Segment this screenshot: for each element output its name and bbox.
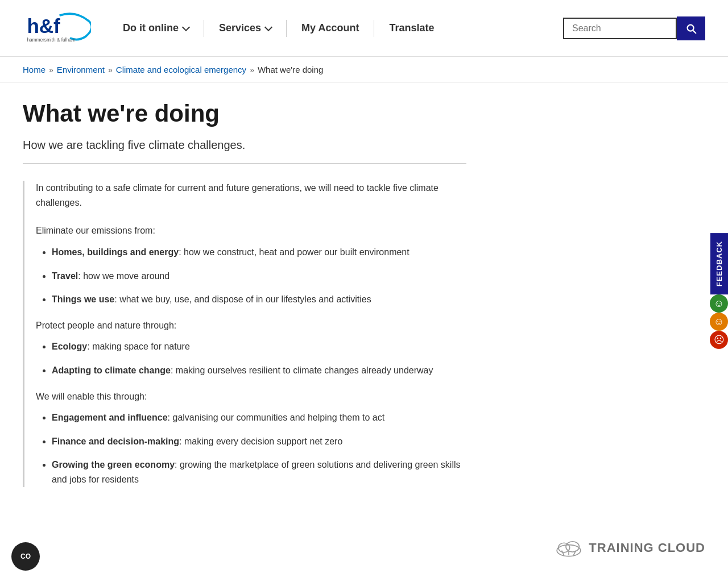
list-item-bold: Engagement and influence [52,413,168,422]
breadcrumb-sep-1: » [49,65,53,74]
list-item-rest: : making ourselves resilient to climate … [171,365,433,375]
list-item: Travel: how we move around [52,269,466,284]
feedback-sidebar: FEEDBACK ☺ ☺ ☹ [710,233,728,349]
list-item-rest: : galvanising our communities and helpin… [168,413,385,422]
feedback-icons: ☺ ☺ ☹ [710,294,728,349]
feedback-happy-icon[interactable]: ☺ [710,294,728,313]
feedback-sad-icon[interactable]: ☹ [710,331,728,349]
search-area [563,16,705,40]
main-content: What we're doing How we are tackling fiv… [0,83,489,533]
content-box: In contributing to a safe climate for cu… [23,181,466,487]
list-item-bold: Growing the green economy [52,460,175,469]
list-item: Adapting to climate change: making ourse… [52,363,466,378]
list-item-bold: Homes, buildings and energy [52,247,179,257]
list-item: Things we use: what we buy, use, and dis… [52,292,466,307]
logo[interactable]: h&f hammersmith & fulham [23,7,91,49]
page-subtitle: How we are tackling five climate challen… [23,139,466,164]
list-item: Growing the green economy: growing the m… [52,458,466,487]
search-icon [685,22,697,35]
nav-divider-2 [286,20,287,37]
nav-divider-1 [204,20,204,37]
section2-intro: Protect people and nature through: [36,318,466,333]
breadcrumb-current: What we're doing [258,65,323,74]
nav-do-it-online[interactable]: Do it online [114,18,198,39]
svg-text:h&f: h&f [27,14,60,36]
list-item-rest: : how we move around [78,271,169,281]
list-item: Finance and decision-making: making ever… [52,434,466,449]
nav-divider-3 [374,20,374,37]
feedback-neutral-icon[interactable]: ☺ [710,313,728,331]
main-nav: Do it online Services My Account Transla… [114,18,563,39]
section3-intro: We will enable this through: [36,389,466,404]
list-item: Homes, buildings and energy: how we cons… [52,245,466,260]
list-item: Engagement and influence: galvanising ou… [52,410,466,425]
list-item-bold: Things we use [52,294,114,304]
list-item-rest: : how we construct, heat and power our b… [179,247,410,257]
breadcrumb: Home » Environment » Climate and ecologi… [0,57,728,83]
search-button[interactable] [677,16,705,40]
section3-list: Engagement and influence: galvanising ou… [36,410,466,487]
svg-text:hammersmith & fulham: hammersmith & fulham [27,37,75,43]
breadcrumb-environment[interactable]: Environment [57,65,105,74]
nav-my-account[interactable]: My Account [292,18,368,39]
chevron-down-icon [182,23,190,31]
list-item-bold: Adapting to climate change [52,365,171,375]
list-item-rest: : making space for nature [87,342,190,351]
nav-translate[interactable]: Translate [380,18,443,39]
list-item-bold: Finance and decision-making [52,436,179,446]
section2-list: Ecology: making space for nature Adaptin… [36,339,466,377]
section1-intro: Eliminate our emissions from: [36,223,466,238]
site-header: h&f hammersmith & fulham Do it online Se… [0,0,728,57]
nav-services[interactable]: Services [210,18,280,39]
list-item-rest: : making every decision support net zero [179,436,342,446]
breadcrumb-sep-2: » [108,65,113,74]
breadcrumb-home[interactable]: Home [23,65,46,74]
intro-text: In contributing to a safe climate for cu… [36,181,466,210]
feedback-tab[interactable]: FEEDBACK [710,233,728,294]
list-item-bold: Ecology [52,342,87,351]
chevron-down-icon [264,23,272,31]
breadcrumb-sep-3: » [250,65,254,74]
section1-list: Homes, buildings and energy: how we cons… [36,245,466,307]
search-input[interactable] [563,18,677,39]
list-item-bold: Travel [52,271,78,281]
breadcrumb-climate[interactable]: Climate and ecological emergency [116,65,246,74]
list-item: Ecology: making space for nature [52,339,466,354]
list-item-rest: : what we buy, use, and dispose of in ou… [114,294,371,304]
page-title: What we're doing [23,100,466,127]
